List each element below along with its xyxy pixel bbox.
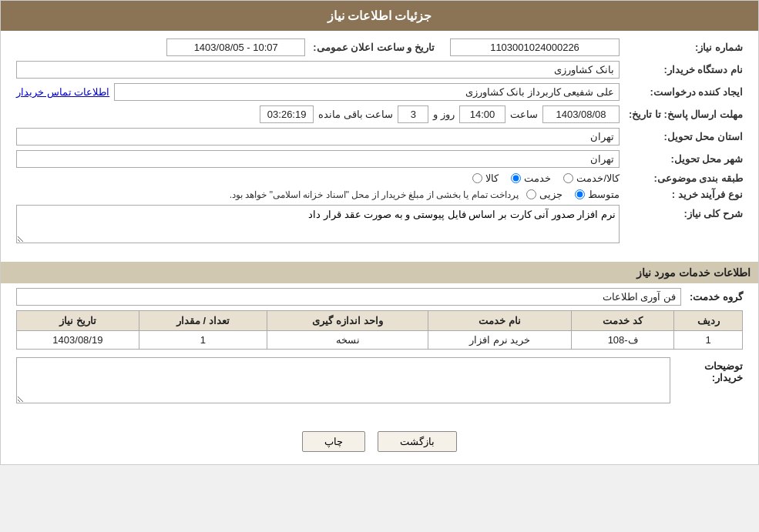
city-label: شهر محل تحویل: xyxy=(620,153,743,165)
category-kala-khadamat-label: کالا/خدمت xyxy=(576,172,620,184)
purchase-jozii[interactable]: جزیی xyxy=(526,189,563,200)
deadline-time-label: ساعت xyxy=(505,109,542,120)
need-number-field: 1103001024000226 xyxy=(450,38,620,56)
col-quantity: تعداد / مقدار xyxy=(139,311,267,331)
service-group-label: گروه خدمت: xyxy=(681,291,743,303)
category-khadamat-label: خدمت xyxy=(524,172,551,184)
deadline-label: مهلت ارسال پاسخ: تا تاریخ: xyxy=(620,109,743,120)
buyer-desc-label: توضیحات خریدار: xyxy=(670,357,743,383)
date-field: 1403/08/05 - 10:07 xyxy=(166,38,305,56)
print-button[interactable]: چاپ xyxy=(302,431,365,452)
purchase-type-radio-group: متوسط جزیی xyxy=(526,189,620,200)
deadline-days-label: روز و xyxy=(428,109,459,120)
purchase-motavaset-radio[interactable] xyxy=(575,189,585,199)
province-field: تهران xyxy=(16,128,620,146)
category-kala[interactable]: کالا xyxy=(472,172,499,184)
col-row-num: ردیف xyxy=(674,311,743,331)
table-row: 1ف-108خرید نرم افزارنسخه11403/08/19 xyxy=(17,331,743,350)
services-section-header: اطلاعات خدمات مورد نیاز xyxy=(1,262,758,283)
services-table: ردیف کد خدمت نام خدمت واحد اندازه گیری ت… xyxy=(16,310,743,350)
purchase-jozii-radio[interactable] xyxy=(526,189,536,199)
purchase-type-label: نوع فرآیند خرید : xyxy=(620,189,743,200)
service-group-field: فن آوری اطلاعات xyxy=(16,288,681,306)
date-label: تاریخ و ساعت اعلان عمومی: xyxy=(305,42,435,53)
col-service-code: کد خدمت xyxy=(572,311,674,331)
category-radio-group: کالا/خدمت خدمت کالا xyxy=(472,172,620,184)
deadline-remaining-label: ساعت باقی مانده xyxy=(314,109,398,120)
org-name-label: نام دستگاه خریدار: xyxy=(620,64,743,75)
deadline-remaining-field: 03:26:19 xyxy=(260,105,314,123)
page-title: جزئیات اطلاعات نیاز xyxy=(1,1,758,31)
deadline-date-field: 1403/08/08 xyxy=(542,105,620,123)
province-label: استان محل تحویل: xyxy=(620,131,743,142)
org-name-field: بانک کشاورزی xyxy=(16,61,620,79)
category-khadamat-radio[interactable] xyxy=(511,173,521,183)
category-kala-label: کالا xyxy=(485,172,499,184)
col-service-name: نام خدمت xyxy=(428,311,572,331)
description-label: شرح کلی نیاز: xyxy=(620,205,743,219)
creator-label: ایجاد کننده درخواست: xyxy=(620,86,743,98)
category-kala-khadamat-radio[interactable] xyxy=(563,173,573,183)
purchase-motavaset[interactable]: متوسط xyxy=(575,189,620,200)
need-number-label: شماره نیاز: xyxy=(620,42,743,53)
category-label: طبقه بندی موضوعی: xyxy=(620,172,743,184)
col-unit: واحد اندازه گیری xyxy=(267,311,428,331)
purchase-note: پرداخت تمام یا بخشی از مبلغ خریدار از مح… xyxy=(230,189,519,200)
buyer-desc-textarea[interactable] xyxy=(16,357,670,403)
purchase-jozii-label: جزیی xyxy=(539,189,563,200)
deadline-time-field: 14:00 xyxy=(459,105,505,123)
purchase-motavaset-label: متوسط xyxy=(588,189,620,200)
deadline-days-field: 3 xyxy=(398,105,428,123)
description-textarea[interactable]: نرم افزار صدور آنی کارت بر اساس فایل پیو… xyxy=(16,205,620,243)
button-row: بازگشت چاپ xyxy=(1,431,758,452)
creator-field: علی شفیعی کاربرداز بانک کشاورزی xyxy=(114,83,620,101)
category-kala-khadamat[interactable]: کالا/خدمت xyxy=(563,172,620,184)
contact-link[interactable]: اطلاعات تماس خریدار xyxy=(16,86,109,98)
back-button[interactable]: بازگشت xyxy=(378,431,457,452)
category-khadamat[interactable]: خدمت xyxy=(511,172,551,184)
col-need-date: تاریخ نیاز xyxy=(17,311,139,331)
category-kala-radio[interactable] xyxy=(472,173,482,183)
city-field: تهران xyxy=(16,150,620,168)
